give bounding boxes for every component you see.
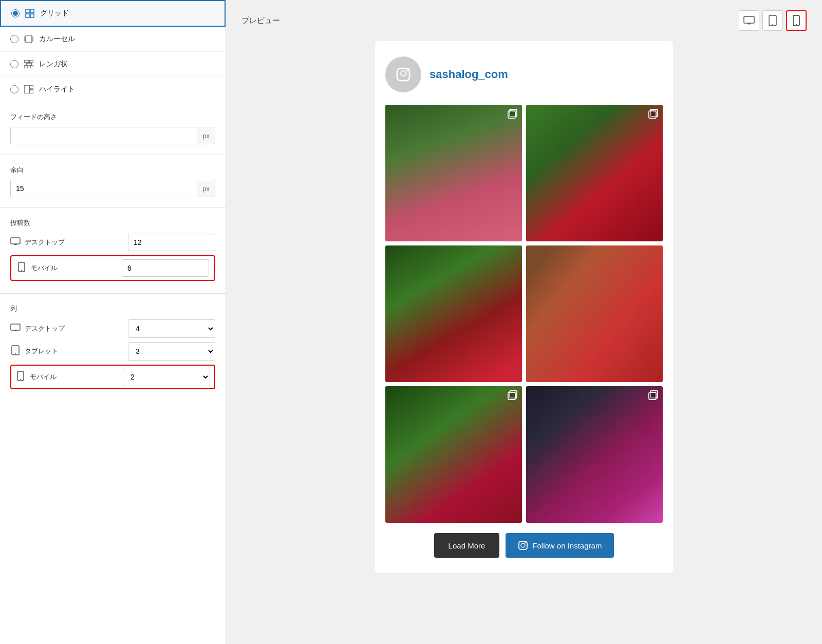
device-btn-mobile[interactable] — [786, 10, 807, 31]
svg-rect-11 — [30, 66, 33, 68]
columns-section: 列 デスクトップ 4 1 2 3 5 6 — [0, 294, 226, 402]
post-count-section: 投稿数 デスクトップ モバイル — [0, 208, 226, 294]
device-btn-desktop[interactable] — [739, 10, 759, 31]
columns-mobile-highlighted: モバイル 2 1 3 4 — [10, 365, 215, 389]
layout-option-carousel[interactable]: カルーセル — [0, 27, 226, 52]
brick-label: レンガ状 — [39, 60, 68, 69]
grid-icon — [25, 8, 35, 18]
ig-photo-3 — [385, 245, 522, 382]
svg-rect-1 — [30, 9, 34, 13]
ig-photo-4 — [526, 245, 663, 382]
ig-username: sashalog_com — [429, 68, 508, 81]
ig-photo-2 — [526, 105, 663, 241]
margin-label: 余白 — [10, 165, 215, 175]
feed-height-unit: px — [197, 128, 215, 144]
post-count-mobile-label: モバイル — [31, 263, 118, 273]
columns-desktop-label: デスクトップ — [25, 324, 124, 333]
layout-option-highlight[interactable]: ハイライト — [0, 77, 226, 102]
instagram-icon — [518, 540, 528, 551]
post-count-mobile-input[interactable] — [122, 259, 209, 277]
columns-desktop-row: デスクトップ 4 1 2 3 5 6 — [10, 319, 215, 338]
device-buttons — [739, 10, 807, 31]
ig-photo-grid — [385, 105, 663, 523]
radio-carousel[interactable] — [10, 35, 18, 43]
svg-rect-42 — [508, 392, 515, 400]
svg-point-47 — [525, 542, 526, 543]
svg-rect-5 — [24, 36, 25, 42]
multi-icon-6 — [648, 390, 659, 403]
follow-label: Follow on Instagram — [532, 541, 602, 550]
radio-grid[interactable] — [11, 9, 20, 17]
ig-avatar — [385, 56, 421, 92]
multi-icon-2 — [648, 109, 659, 122]
svg-point-19 — [21, 270, 22, 271]
load-more-button[interactable]: Load More — [434, 533, 500, 558]
columns-tablet-label: タブレット — [25, 347, 124, 356]
columns-tablet-row: タブレット 3 1 2 4 5 — [10, 342, 215, 361]
carousel-icon — [24, 34, 34, 44]
tablet-icon-col — [10, 345, 21, 357]
columns-mobile-label: モバイル — [30, 372, 119, 382]
post-count-desktop-row: デスクトップ — [10, 234, 215, 251]
svg-rect-12 — [24, 85, 29, 93]
feed-height-label: フィードの高さ — [10, 112, 215, 122]
instagram-preview: sashalog_com — [375, 41, 673, 573]
radio-brick[interactable] — [10, 60, 18, 68]
brick-icon — [24, 59, 34, 69]
left-panel: グリッド カルーセル — [0, 0, 226, 644]
svg-rect-27 — [744, 16, 754, 23]
carousel-label: カルーセル — [39, 34, 75, 44]
svg-point-33 — [796, 24, 797, 25]
highlight-label: ハイライト — [39, 85, 75, 94]
device-btn-tablet[interactable] — [762, 10, 783, 31]
desktop-icon — [10, 237, 21, 248]
svg-rect-6 — [32, 36, 33, 42]
post-count-title: 投稿数 — [10, 218, 215, 228]
svg-point-46 — [521, 543, 525, 547]
margin-section: 余白 px — [0, 155, 226, 208]
margin-input[interactable] — [11, 180, 197, 197]
mobile-icon-post — [16, 262, 27, 274]
svg-point-35 — [401, 71, 406, 76]
preview-title: プレビュー — [241, 16, 280, 26]
ig-photo-6 — [526, 386, 663, 523]
layout-option-brick[interactable]: レンガ状 — [0, 52, 226, 77]
svg-point-26 — [20, 379, 21, 380]
svg-rect-38 — [508, 111, 515, 118]
svg-point-36 — [406, 69, 408, 71]
svg-rect-4 — [26, 35, 32, 43]
svg-rect-7 — [24, 60, 28, 63]
feed-height-input-wrapper: px — [10, 127, 215, 144]
margin-input-wrapper: px — [10, 180, 215, 197]
post-count-mobile-highlighted: モバイル — [10, 255, 215, 281]
feed-height-input[interactable] — [11, 127, 197, 144]
svg-rect-8 — [29, 60, 33, 63]
post-count-desktop-input[interactable] — [128, 234, 215, 251]
radio-highlight[interactable] — [10, 85, 18, 93]
ig-photo-1 — [385, 105, 522, 241]
ig-header: sashalog_com — [385, 56, 663, 92]
columns-tablet-select[interactable]: 3 1 2 4 5 — [128, 342, 215, 361]
columns-title: 列 — [10, 304, 215, 313]
columns-mobile-select[interactable]: 2 1 3 4 — [123, 368, 210, 386]
svg-rect-10 — [24, 66, 27, 68]
ig-buttons: Load More Follow on Instagram — [385, 533, 663, 558]
multi-icon-5 — [508, 390, 518, 403]
feed-height-section: フィードの高さ px — [0, 102, 226, 155]
layout-option-grid[interactable]: グリッド — [0, 0, 226, 27]
right-panel: プレビュー — [226, 0, 822, 644]
post-count-desktop-label: デスクトップ — [25, 238, 124, 247]
follow-instagram-button[interactable]: Follow on Instagram — [506, 533, 614, 558]
svg-rect-0 — [26, 9, 29, 13]
svg-rect-13 — [30, 85, 33, 89]
columns-desktop-select[interactable]: 4 1 2 3 5 6 — [128, 319, 215, 338]
svg-rect-44 — [649, 392, 656, 400]
ig-photo-5 — [385, 386, 522, 523]
svg-rect-20 — [11, 324, 20, 330]
preview-header: プレビュー — [241, 10, 807, 31]
margin-unit: px — [197, 181, 215, 197]
svg-rect-2 — [26, 14, 29, 17]
desktop-icon-col — [10, 324, 21, 334]
svg-rect-15 — [11, 238, 20, 244]
layout-options: グリッド カルーセル — [0, 0, 226, 102]
